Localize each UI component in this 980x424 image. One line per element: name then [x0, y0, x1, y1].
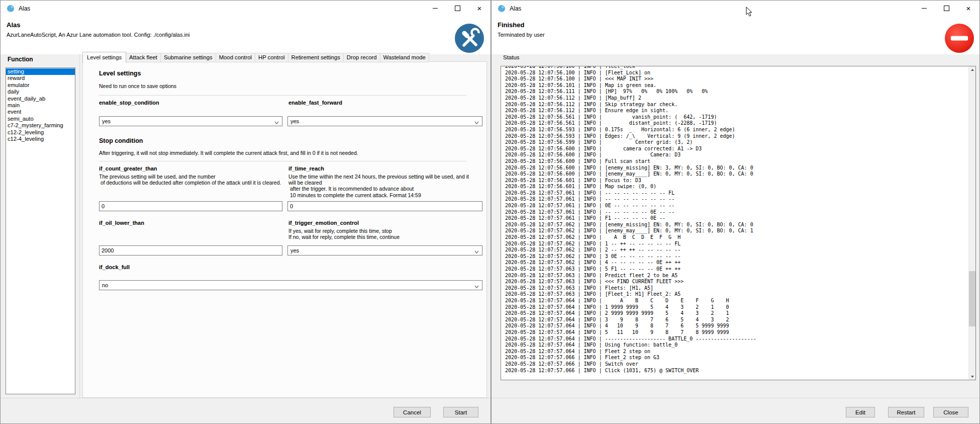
tab[interactable]: Retirement settings	[288, 53, 344, 62]
log-line: 2020-05-28 12:07:56.561 | INFO | distant…	[505, 120, 967, 127]
sidebar-item[interactable]: emulator	[6, 82, 75, 89]
field-desc: If yes, wait for reply, complete this ti…	[288, 228, 400, 240]
tab[interactable]: Submarine settings	[161, 53, 216, 62]
footer-divider	[1, 398, 491, 398]
maximize-button[interactable]	[446, 1, 468, 16]
window-title: Alas	[510, 5, 521, 12]
maximize-button[interactable]	[935, 1, 957, 16]
section-desc: Need to run once to save options	[99, 83, 176, 89]
start-button[interactable]: Start	[443, 407, 478, 417]
status-subtitle: Terminated by user	[498, 32, 545, 38]
tab[interactable]: Level settings	[82, 52, 126, 63]
log-line: 2020-05-28 12:07:56.100 | INFO | <<< MAP…	[505, 76, 967, 82]
scroll-down-button[interactable]	[969, 373, 975, 380]
sidebar-item[interactable]: event_daily_ab	[6, 96, 75, 102]
section-title: Level settings	[99, 70, 141, 77]
log-line: 2020-05-28 12:07:57.062 | INFO | 2 -- ++…	[505, 247, 967, 253]
log-line: 2020-05-28 12:07:57.062 | INFO | [enemy_…	[505, 222, 967, 228]
alas-config-window: Alas × Alas AzurLaneAutoScript, An Azur …	[0, 0, 491, 424]
scrollbar-thumb[interactable]	[969, 271, 975, 326]
field-label-enable-fast-forward: enable_fast_forward	[288, 100, 342, 106]
chevron-down-icon	[474, 120, 479, 123]
close-button[interactable]: ×	[957, 1, 979, 16]
sidebar-item[interactable]: c7-2_mystery_farming	[6, 122, 75, 129]
titlebar[interactable]: Alas ×	[492, 1, 979, 17]
enable-stop-condition-select[interactable]: yes	[99, 116, 282, 126]
log-line: 2020-05-28 12:07:57.063 | INFO | <<< FIN…	[505, 279, 967, 285]
log-scrollbar[interactable]	[968, 66, 975, 380]
log-line: 2020-05-28 12:07:57.062 | INFO | 4 -- --…	[505, 260, 967, 266]
close-icon: ×	[966, 5, 971, 12]
sidebar-item[interactable]: daily	[6, 89, 75, 95]
divider	[99, 95, 466, 96]
alas-logo-icon	[498, 5, 506, 13]
restart-button[interactable]: Restart	[888, 407, 924, 417]
log-panel[interactable]: 2020-05-28 12:07:56.100 | INFO | fleet_l…	[501, 66, 976, 380]
level-settings-panel: Level settings Need to run once to save …	[82, 61, 487, 398]
sidebar-item[interactable]: c12-2_leveling	[6, 129, 75, 136]
select-value: yes	[290, 247, 299, 253]
sidebar-item[interactable]: reward	[6, 75, 75, 81]
log-line: 2020-05-28 12:07:57.062 | INFO | [enemy_…	[505, 228, 967, 234]
tab[interactable]: Mood control	[216, 53, 255, 62]
log-line: 2020-05-28 12:07:56.100 | INFO | fleet_l…	[505, 66, 967, 70]
sidebar-item[interactable]: event	[6, 109, 75, 115]
tab[interactable]: HP control	[255, 53, 288, 62]
log-line: 2020-05-28 12:07:57.064 | INFO | 3 9 8 7…	[505, 317, 967, 323]
sidebar-item[interactable]: c12-4_leveling	[6, 136, 75, 142]
alas-run-window: Alas × Finished Terminated by user Statu…	[491, 0, 980, 424]
sidebar-item[interactable]: setting	[6, 68, 75, 75]
log-line: 2020-05-28 12:07:56.600 | INFO | [enemy_…	[505, 165, 967, 172]
minimize-button[interactable]	[424, 1, 446, 16]
select-value: no	[102, 282, 108, 288]
if-oil-lower-than-input[interactable]	[99, 245, 282, 256]
function-label: Function	[8, 56, 33, 63]
field-desc-line: will be cleared	[288, 180, 469, 186]
log-line: 2020-05-28 12:07:57.064 | INFO | 2 9999 …	[505, 310, 967, 317]
section-title: Stop condition	[99, 137, 143, 144]
log-line: 2020-05-28 12:07:56.112 | INFO | Ensure …	[505, 108, 967, 114]
if-trigger-emotion-control-select[interactable]: yes	[287, 245, 482, 256]
settings-wrench-icon	[454, 23, 484, 53]
minimize-button[interactable]	[913, 1, 935, 16]
scroll-up-button[interactable]	[969, 66, 975, 73]
cancel-button[interactable]: Cancel	[394, 407, 431, 417]
field-desc-line: Use the time within the next 24 hours, t…	[288, 174, 469, 180]
sidebar-item[interactable]: main	[6, 102, 75, 109]
if-count-greater-than-input[interactable]	[99, 201, 282, 211]
log-line: 2020-05-28 12:07:56.561 | INFO | vanish_…	[505, 114, 967, 121]
chevron-down-icon	[474, 284, 479, 287]
log-line: 2020-05-28 12:07:56.600 | INFO | Camera:…	[505, 152, 967, 158]
log-line: 2020-05-28 12:07:56.600 | INFO | Full sc…	[505, 158, 967, 165]
field-desc-line: after the trigger. It is recommended to …	[288, 186, 469, 192]
if-time-reach-input[interactable]	[287, 201, 482, 211]
tab[interactable]: Wasteland mode	[380, 53, 429, 62]
log-line: 2020-05-28 12:07:56.100 | INFO | [Fleet_…	[505, 70, 967, 76]
if-dock-full-select[interactable]: no	[99, 280, 482, 290]
close-window-button[interactable]: Close	[933, 407, 968, 417]
log-line: 2020-05-28 12:07:56.593 | INFO | 0.175s …	[505, 127, 967, 133]
field-label-if-trigger-emotion-control: if_trigger_emotion_control	[288, 220, 359, 226]
log-line: 2020-05-28 12:07:57.062 | INFO | 3 0E --…	[505, 253, 967, 260]
log-line: 2020-05-28 12:07:57.064 | INFO | A B C D…	[505, 298, 967, 304]
status-title: Finished	[498, 21, 524, 29]
triangle-up-icon	[971, 69, 974, 71]
field-desc-line: The previous setting will be used, and t…	[99, 174, 281, 180]
log-line: 2020-05-28 12:07:56.599 | INFO | Center …	[505, 139, 967, 146]
log-line: 2020-05-28 12:07:56.593 | INFO | Edges: …	[505, 133, 967, 140]
field-desc-line: 10 minutes to complete the current attac…	[288, 192, 469, 198]
log-line: 2020-05-28 12:07:57.063 | INFO | Fleets:…	[505, 285, 967, 292]
tab[interactable]: Attack fleet	[126, 53, 161, 62]
titlebar[interactable]: Alas ×	[1, 1, 491, 17]
sidebar-item[interactable]: semi_auto	[6, 116, 75, 122]
field-label-if-time-reach: if_time_reach	[288, 165, 324, 172]
edit-button[interactable]: Edit	[846, 407, 875, 417]
log-line: 2020-05-28 12:07:57.064 | INFO | Using f…	[505, 342, 967, 349]
close-button[interactable]: ×	[468, 1, 491, 16]
log-line: 2020-05-28 12:07:57.064 | INFO | 5 11 10…	[505, 329, 967, 336]
enable-fast-forward-select[interactable]: yes	[287, 116, 482, 126]
log-line: 2020-05-28 12:07:57.062 | INFO | 1 -- ++…	[505, 241, 967, 247]
tab[interactable]: Drop record	[344, 53, 380, 62]
log-line: 2020-05-28 12:07:57.061 | INFO | -- -- -…	[505, 196, 967, 203]
alas-logo-icon	[7, 5, 15, 13]
